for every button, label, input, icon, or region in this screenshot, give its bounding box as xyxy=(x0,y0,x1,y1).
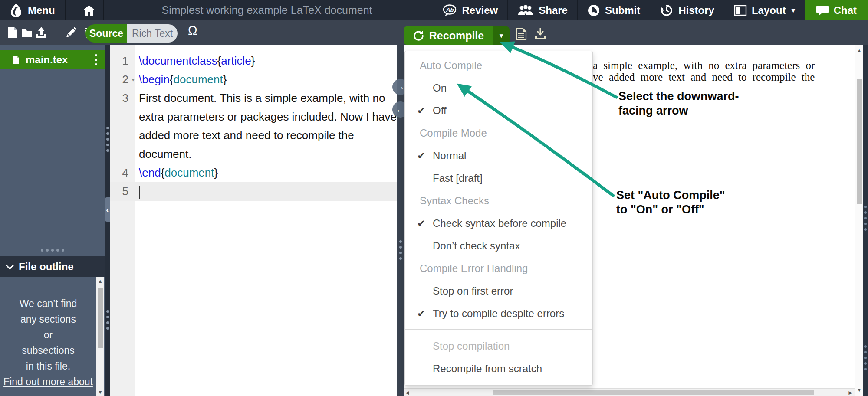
editor-toolbar: Source Rich Text Ω Recompile ▾ xyxy=(0,20,868,45)
checkmark-icon: ✔ xyxy=(417,212,425,235)
pdf-vertical-scrollbar[interactable]: ▲ ▼ xyxy=(855,45,863,396)
menu-item-check-syntax-before-compile[interactable]: ✔Check syntax before compile xyxy=(405,212,592,235)
submit-icon xyxy=(587,4,600,17)
chat-button[interactable]: Chat xyxy=(805,0,868,20)
review-button[interactable]: Ab Review xyxy=(432,0,508,20)
history-label: History xyxy=(678,4,714,16)
file-tree-panel: main.tex File outline We can’t findany s… xyxy=(0,45,105,396)
menu-item-label: Check syntax before compile xyxy=(433,217,566,229)
toolbar-separator xyxy=(183,24,183,42)
layout-icon xyxy=(734,5,747,16)
find-out-more-link[interactable]: Find out more about xyxy=(3,376,93,387)
scroll-right-icon[interactable]: ▶ xyxy=(849,389,852,396)
menu-item-label: Recompile from scratch xyxy=(433,363,542,374)
new-file-button[interactable] xyxy=(7,26,19,39)
code-line-5[interactable]: 5 xyxy=(110,182,397,201)
resizer-dots-handle[interactable] xyxy=(106,127,109,152)
symbol-palette-button[interactable]: Ω xyxy=(188,23,197,38)
menu-item-off[interactable]: ✔Off xyxy=(405,99,592,122)
menu-item-label: On xyxy=(433,82,447,94)
code-line-2[interactable]: 2▾\begin{document} xyxy=(110,70,397,89)
file-outline-panel: We can’t findany sectionsorsubsectionsin… xyxy=(0,277,105,396)
header-nav: Ab Review Share Submit xyxy=(432,0,868,20)
recompile-group: Recompile ▾ xyxy=(404,26,510,45)
code-text[interactable]: \end{document} xyxy=(135,164,397,182)
history-icon xyxy=(660,4,674,17)
chevron-down-icon xyxy=(6,262,13,269)
file-tree-item-main-tex[interactable]: main.tex xyxy=(0,50,105,69)
overleaf-logo-icon xyxy=(10,3,23,18)
chat-label: Chat xyxy=(834,4,857,16)
upload-button[interactable] xyxy=(35,26,47,39)
code-editor[interactable]: 1\documentclass{article}2▾\begin{documen… xyxy=(110,45,397,396)
scroll-up-icon[interactable]: ▲ xyxy=(96,278,104,284)
new-folder-button[interactable] xyxy=(21,26,33,39)
menu-item-label: Stop on first error xyxy=(433,285,513,297)
resizer-dots-handle[interactable] xyxy=(399,240,402,260)
scroll-down-icon[interactable]: ▼ xyxy=(855,387,863,393)
menu-item-label: Normal xyxy=(433,150,466,161)
menu-item-on[interactable]: On xyxy=(405,77,592,99)
review-icon: Ab xyxy=(442,4,457,17)
menu-item-recompile-from-scratch[interactable]: Recompile from scratch xyxy=(405,357,592,380)
pdf-text-line: a simple example, with no extra paramete… xyxy=(593,59,815,72)
menu-item-normal[interactable]: ✔Normal xyxy=(405,144,592,167)
code-text[interactable]: First document. This is a simple example… xyxy=(135,89,397,164)
resizer-dots-handle[interactable] xyxy=(864,206,867,231)
file-name: main.tex xyxy=(26,54,68,66)
history-button[interactable]: History xyxy=(650,0,724,20)
home-button[interactable] xyxy=(75,0,103,20)
code-text[interactable]: \documentclass{article} xyxy=(135,52,397,70)
recompile-dropdown-button[interactable]: ▾ xyxy=(493,26,510,45)
menu-item-fast-draft[interactable]: Fast [draft] xyxy=(405,167,592,190)
layout-button[interactable]: Layout ▾ xyxy=(724,0,805,20)
pdf-pane-resizer[interactable] xyxy=(863,45,868,396)
outline-resize-handle[interactable] xyxy=(0,249,105,252)
pencil-icon xyxy=(66,27,77,38)
resizer-dots-handle[interactable] xyxy=(864,345,867,370)
menu-item-label: Fast [draft] xyxy=(433,172,483,184)
menu-section-auto-compile: Auto Compile xyxy=(405,54,592,77)
file-tree-resizer[interactable]: ‹ xyxy=(105,45,110,396)
checkmark-icon: ✔ xyxy=(417,99,425,122)
menu-item-don-t-check-syntax[interactable]: Don’t check syntax xyxy=(405,235,592,257)
code-lines: 1\documentclass{article}2▾\begin{documen… xyxy=(110,52,397,201)
logs-document-icon xyxy=(516,28,527,41)
fold-caret-icon[interactable]: ▾ xyxy=(132,70,135,89)
scroll-up-icon[interactable]: ▲ xyxy=(855,48,863,53)
submit-button[interactable]: Submit xyxy=(577,0,650,20)
code-line-3[interactable]: 3First document. This is a simple exampl… xyxy=(110,89,397,164)
scroll-down-icon[interactable]: ▼ xyxy=(96,389,104,395)
rich-text-mode-tab[interactable]: Rich Text xyxy=(127,24,178,43)
new-file-icon xyxy=(8,26,17,39)
source-mode-tab[interactable]: Source xyxy=(85,24,127,43)
scroll-left-icon[interactable]: ◀ xyxy=(405,389,409,396)
code-line-4[interactable]: 4\end{document} xyxy=(110,164,397,182)
view-logs-button[interactable] xyxy=(516,28,529,41)
pdf-scrollbar-thumb[interactable] xyxy=(857,79,862,204)
pdf-horizontal-scrollbar[interactable]: ◀ ▶ xyxy=(404,388,855,396)
resizer-dots-handle[interactable] xyxy=(106,310,109,330)
menu-section-compile-error-handling: Compile Error Handling xyxy=(405,257,592,280)
code-text[interactable]: \begin{document} xyxy=(135,70,397,89)
outline-scrollbar[interactable]: ▲ ▼ xyxy=(96,277,104,396)
file-outline-header[interactable]: File outline xyxy=(0,256,105,277)
file-menu-kebab-icon[interactable] xyxy=(93,54,99,65)
download-pdf-button[interactable] xyxy=(534,28,547,41)
menu-item-stop-on-first-error[interactable]: Stop on first error xyxy=(405,280,592,302)
line-number: 4 xyxy=(110,164,135,182)
recompile-button[interactable]: Recompile xyxy=(404,26,493,45)
share-button[interactable]: Share xyxy=(507,0,577,20)
download-icon xyxy=(534,28,546,41)
editor-pdf-divider[interactable]: → ← xyxy=(397,45,404,396)
pdf-hscrollbar-thumb[interactable] xyxy=(493,390,814,395)
top-header-bar: Menu Simplest working example LaTeX docu… xyxy=(0,0,868,20)
menu-button[interactable]: Menu xyxy=(10,0,55,20)
outline-scrollbar-thumb[interactable] xyxy=(98,288,103,348)
code-line-1[interactable]: 1\documentclass{article} xyxy=(110,52,397,70)
code-text[interactable] xyxy=(135,182,397,201)
menu-label: Menu xyxy=(28,4,55,16)
menu-item-try-to-compile-despite-errors[interactable]: ✔Try to compile despite errors xyxy=(405,302,592,325)
collapse-file-tree-button[interactable]: ‹ xyxy=(105,197,110,222)
rename-button[interactable] xyxy=(65,26,77,39)
